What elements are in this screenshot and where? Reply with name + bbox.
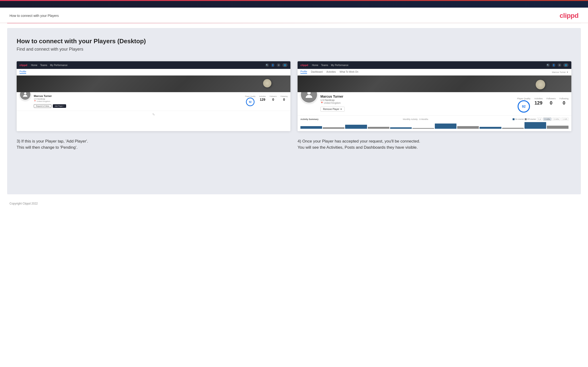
search-icon-1[interactable]: 🔍 — [265, 63, 269, 67]
profile-info-1: Marcus Turner 1-5 Handicap 📍 United King… — [34, 94, 242, 108]
followers-label-1: Followers — [269, 95, 277, 97]
nav-home-1[interactable]: Home — [31, 64, 37, 67]
tab-what-to-work-on-2[interactable]: What To Work On — [340, 71, 358, 74]
activity-subtitle: Monthly Activity · 6 Months — [403, 118, 428, 120]
period-1mth[interactable]: 1 mth — [561, 117, 569, 121]
tab-activities-2[interactable]: Activities — [326, 71, 336, 74]
golf-hero-2 — [298, 75, 571, 92]
offcourse-label: Off course — [527, 118, 536, 120]
app-navbar-2: clippd Home Teams My Performance 🔍 👤 ⚙ 🌐 — [298, 61, 571, 69]
search-icon-2[interactable]: 🔍 — [546, 63, 550, 67]
scroll-area-1: ✎ — [17, 111, 290, 118]
nav-performance-2[interactable]: My Performance — [331, 64, 348, 67]
nav-teams-2[interactable]: Teams — [321, 64, 328, 67]
bar-1-offcourse — [323, 127, 345, 129]
profile-stats-2: Player Quality 92 Activities 129 Followe… — [517, 96, 569, 113]
legend-oncourse: On course — [513, 118, 524, 120]
period-1yr[interactable]: 1 yr — [537, 117, 542, 121]
page-footer: Copyright Clippd 2022 — [0, 199, 588, 208]
app-navbar-1: clippd Home Teams My Performance 🔍 👤 ⚙ 🌐 — [17, 61, 290, 69]
globe-icon-2[interactable]: 🌐 — [563, 63, 569, 67]
quality-circle-1: 92 — [246, 98, 254, 106]
activity-header: Activity Summary Monthly Activity · 6 Mo… — [300, 117, 569, 121]
bar-6-offcourse — [547, 126, 569, 129]
bar-3-oncourse — [390, 127, 412, 129]
following-value-1: 0 — [283, 98, 285, 101]
followers-label-2: Followers — [546, 97, 556, 100]
follow-button-1[interactable]: Request to Follow — [34, 104, 51, 108]
tab-profile-1[interactable]: Profile — [19, 70, 26, 74]
quality-stat-2: Player Quality 92 — [517, 97, 530, 113]
copyright-text: Copyright Clippd 2022 — [9, 202, 38, 205]
profile-handicap-1: 1-5 Handicap — [34, 98, 242, 100]
nav-performance-1[interactable]: My Performance — [50, 64, 68, 67]
tab-profile-2[interactable]: Profile — [300, 70, 307, 74]
nav-home-2[interactable]: Home — [312, 64, 318, 67]
profile-info-2: Marcus Turner 1-5 Handicap 📍 United King… — [320, 94, 514, 112]
quality-circle-2: 92 — [518, 100, 530, 113]
tab-dashboard-2[interactable]: Dashboard — [311, 71, 322, 74]
clippd-logo: clippd — [560, 12, 579, 19]
followers-stat-2: Followers 0 — [546, 97, 556, 106]
location-icon-1: 📍 — [34, 100, 36, 102]
profile-dropdown-label-2: Marcus Turner — [552, 71, 566, 73]
remove-player-x-icon: ✕ — [340, 108, 342, 110]
bar-2-offcourse — [368, 127, 389, 129]
screenshots-row: clippd Home Teams My Performance 🔍 👤 ⚙ 🌐… — [17, 61, 571, 131]
activity-summary: Activity Summary Monthly Activity · 6 Mo… — [298, 116, 571, 131]
activities-stat-2: Activities 129 — [534, 97, 543, 106]
activities-value-2: 129 — [535, 100, 542, 106]
plus-icon-1: + — [63, 105, 64, 107]
bar-1-oncourse — [300, 126, 322, 129]
bar-6-oncourse — [525, 122, 546, 129]
period-6mths[interactable]: 6 mths — [543, 117, 551, 121]
nav-icons-2: 🔍 👤 ⚙ 🌐 — [546, 63, 569, 67]
profile-location-1: 📍 United Kingdom — [34, 100, 242, 102]
settings-icon-1[interactable]: ⚙ — [277, 63, 280, 67]
settings-icon-2[interactable]: ⚙ — [558, 63, 561, 67]
page-title: How to connect with your Players (Deskto… — [17, 38, 571, 45]
followers-value-1: 0 — [272, 98, 274, 101]
location-text-1: United Kingdom — [37, 100, 50, 102]
activities-stat-1: Activities 129 — [259, 95, 266, 101]
profile-dropdown-2[interactable]: Marcus Turner ▼ — [552, 71, 569, 73]
followers-value-2: 0 — [550, 100, 552, 106]
nav-teams-1[interactable]: Teams — [40, 64, 47, 67]
app-tabs-1: Profile — [17, 69, 290, 75]
bar-5-oncourse — [480, 127, 501, 129]
user-icon-1[interactable]: 👤 — [271, 63, 275, 67]
period-3mths[interactable]: 3 mths — [552, 117, 560, 121]
main-content: How to connect with your Players (Deskto… — [7, 28, 581, 194]
remove-player-label: Remove Player — [323, 108, 339, 110]
profile-name-1: Marcus Turner — [34, 94, 242, 97]
bar-4-offcourse — [457, 126, 479, 129]
following-stat-1: Following 0 — [280, 95, 288, 101]
following-label-2: Following — [560, 97, 569, 100]
add-player-button-1[interactable]: Add Player + — [53, 104, 66, 108]
quality-stat-1: Player Quality 92 — [245, 95, 255, 106]
location-icon-2: 📍 — [320, 102, 323, 104]
quality-label-1: Player Quality — [245, 95, 255, 97]
bar-5-offcourse — [502, 128, 524, 129]
page-header: How to connect with your Players clippd — [0, 8, 588, 23]
activities-label-1: Activities — [259, 95, 266, 97]
profile-location-2: 📍 United Kingdom — [320, 102, 514, 104]
caption-text-1: 3) If this is your Player tap, 'Add Play… — [17, 138, 290, 150]
bar-3-offcourse — [413, 128, 434, 129]
profile-name-2: Marcus Turner — [320, 94, 514, 98]
globe-icon-1[interactable]: 🌐 — [282, 63, 288, 67]
activity-title: Activity Summary — [300, 118, 319, 120]
golf-hero-1 — [17, 75, 290, 92]
profile-stats-1: Player Quality 92 Activities 129 Followe… — [245, 94, 288, 106]
mini-chart — [300, 122, 569, 129]
user-icon-2[interactable]: 👤 — [552, 63, 556, 67]
caption-block-2: 4) Once your Player has accepted your re… — [298, 138, 571, 150]
header-divider — [7, 23, 581, 23]
oncourse-label: On course — [515, 118, 524, 120]
captions-row: 3) If this is your Player tap, 'Add Play… — [17, 138, 571, 150]
screenshot-1: clippd Home Teams My Performance 🔍 👤 ⚙ 🌐… — [17, 61, 290, 131]
top-bar — [0, 0, 588, 8]
remove-player-button[interactable]: Remove Player ✕ — [320, 107, 345, 112]
scroll-icon-1: ✎ — [152, 113, 155, 117]
bar-2-oncourse — [345, 125, 367, 129]
